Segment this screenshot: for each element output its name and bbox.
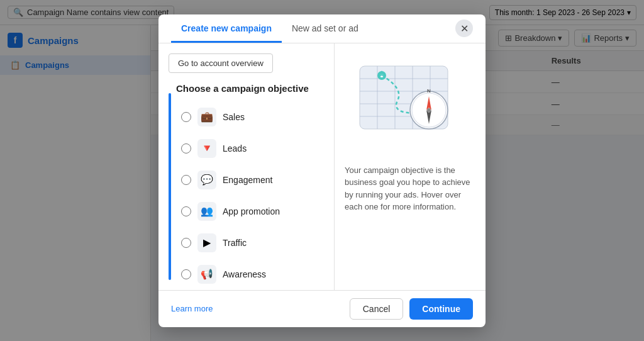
engagement-icon: 💬	[197, 170, 216, 189]
objective-label-engagement: Engagement	[223, 175, 272, 185]
traffic-icon: ▶	[197, 233, 216, 252]
modal-header: Create new campaign New ad set or ad ✕	[158, 14, 486, 43]
objective-radio-traffic[interactable]	[181, 238, 191, 248]
continue-button[interactable]: Continue	[409, 298, 473, 320]
section-title: Choose a campaign objective	[176, 83, 324, 94]
modal-left-panel: Go to account overview Choose a campaign…	[158, 43, 335, 290]
modal-description: Your campaign objective is the business …	[345, 164, 475, 213]
objective-label-app-promotion: App promotion	[223, 206, 280, 216]
objective-radio-app-promotion[interactable]	[181, 206, 191, 216]
objective-traffic[interactable]: ▶ Traffic	[176, 227, 324, 259]
objective-radio-sales[interactable]	[181, 112, 191, 122]
objective-awareness[interactable]: 📢 Awareness	[176, 259, 324, 290]
learn-more-link[interactable]: Learn more	[171, 304, 213, 313]
sales-icon: 💼	[197, 108, 216, 126]
modal-body: Go to account overview Choose a campaign…	[158, 43, 486, 290]
objective-label-sales: Sales	[223, 112, 245, 122]
objective-sales[interactable]: 💼 Sales	[176, 101, 324, 133]
awareness-icon: 📢	[197, 265, 216, 284]
objective-app-promotion[interactable]: 👥 App promotion	[176, 196, 324, 227]
objective-radio-leads[interactable]	[181, 143, 191, 154]
modal-close-button[interactable]: ✕	[455, 20, 473, 37]
modal-right-panel: N Your campaign objective is the busines…	[335, 43, 486, 290]
objective-engagement[interactable]: 💬 Engagement	[176, 164, 324, 196]
tab-create-campaign[interactable]: Create new campaign	[171, 14, 282, 43]
app-promotion-icon: 👥	[197, 202, 216, 221]
objectives-list: Choose a campaign objective 💼 Sales 🔻 Le…	[176, 83, 324, 290]
campaign-modal: Create new campaign New ad set or ad ✕ G…	[158, 14, 486, 327]
objective-radio-awareness[interactable]	[181, 269, 191, 279]
close-icon: ✕	[460, 23, 469, 35]
svg-point-15	[427, 108, 431, 112]
objective-label-awareness: Awareness	[223, 269, 266, 279]
objective-label-leads: Leads	[223, 143, 247, 154]
leads-icon: 🔻	[197, 139, 216, 158]
modal-left-inner: Choose a campaign objective 💼 Sales 🔻 Le…	[169, 83, 324, 290]
accent-bar	[169, 93, 171, 280]
objective-radio-engagement[interactable]	[181, 175, 191, 185]
modal-footer: Learn more Cancel Continue	[158, 290, 486, 327]
objective-leads[interactable]: 🔻 Leads	[176, 133, 324, 164]
svg-text:N: N	[427, 88, 431, 94]
cancel-button[interactable]: Cancel	[350, 298, 404, 320]
modal-illustration: N	[347, 53, 473, 154]
tab-new-ad-set[interactable]: New ad set or ad	[282, 14, 369, 43]
footer-buttons: Cancel Continue	[350, 298, 473, 320]
objective-label-traffic: Traffic	[223, 238, 247, 248]
modal-overlay: Create new campaign New ad set or ad ✕ G…	[0, 0, 644, 341]
goto-account-overview-button[interactable]: Go to account overview	[169, 53, 273, 73]
